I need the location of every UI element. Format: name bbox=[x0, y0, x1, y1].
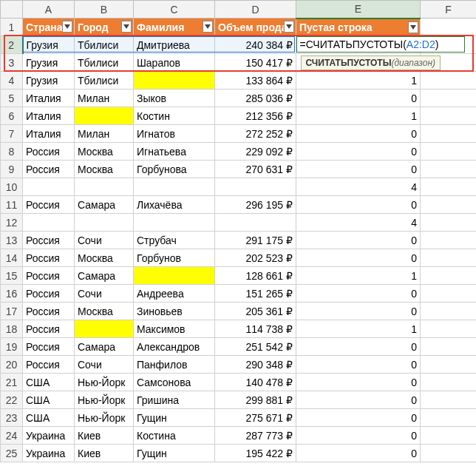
row-header[interactable]: 21 bbox=[1, 374, 23, 391]
col-header-C[interactable]: C bbox=[134, 1, 215, 18]
cell-E18[interactable]: 1 bbox=[296, 320, 421, 338]
cell-B20[interactable]: Сочи bbox=[75, 356, 134, 374]
row-header[interactable]: 4 bbox=[1, 72, 23, 90]
cell-F17[interactable] bbox=[421, 303, 477, 320]
row-header[interactable]: 5 bbox=[1, 90, 23, 107]
cell-B17[interactable]: Москва bbox=[75, 303, 134, 320]
row-header[interactable]: 24 bbox=[1, 427, 23, 445]
cell-B22[interactable]: Нью-Йорк bbox=[75, 391, 134, 409]
cell-D23[interactable]: 275 671 ₽ bbox=[215, 409, 296, 427]
col-header-B[interactable]: B bbox=[75, 1, 134, 18]
row-header[interactable]: 22 bbox=[1, 391, 23, 409]
row-header[interactable]: 8 bbox=[1, 143, 23, 161]
cell-D12[interactable] bbox=[215, 214, 296, 232]
cell-D18[interactable]: 114 738 ₽ bbox=[215, 320, 296, 338]
cell-D7[interactable]: 272 252 ₽ bbox=[215, 125, 296, 143]
cell-A14[interactable]: Россия bbox=[23, 249, 75, 267]
cell-D10[interactable] bbox=[215, 178, 296, 196]
cell-B25[interactable]: Киев bbox=[75, 445, 134, 462]
cell-A4[interactable]: Грузия bbox=[23, 72, 75, 90]
cell-E24[interactable]: 0 bbox=[296, 427, 421, 445]
column-header-row[interactable]: A B C D E F bbox=[1, 1, 477, 18]
row-header[interactable]: 11 bbox=[1, 196, 23, 214]
cell-E25[interactable]: 0 bbox=[296, 445, 421, 462]
cell-D22[interactable]: 299 881 ₽ bbox=[215, 391, 296, 409]
cell-F24[interactable] bbox=[421, 427, 477, 445]
cell-F9[interactable] bbox=[421, 161, 477, 178]
cell-A16[interactable]: Россия bbox=[23, 285, 75, 303]
cell-B14[interactable]: Москва bbox=[75, 249, 134, 267]
cell-A6[interactable]: Италия bbox=[23, 107, 75, 125]
cell-F6[interactable] bbox=[421, 107, 477, 125]
cell-F1[interactable] bbox=[421, 18, 477, 36]
cell-B24[interactable]: Киев bbox=[75, 427, 134, 445]
cell-E21[interactable]: 0 bbox=[296, 374, 421, 391]
cell-D4[interactable]: 133 864 ₽ bbox=[215, 72, 296, 90]
cell-F5[interactable] bbox=[421, 90, 477, 107]
cell-E12[interactable]: 4 bbox=[296, 214, 421, 232]
cell-A15[interactable]: Россия bbox=[23, 267, 75, 285]
cell-B23[interactable]: Нью-Йорк bbox=[75, 409, 134, 427]
cell-E9[interactable]: 0 bbox=[296, 161, 421, 178]
cell-C4[interactable] bbox=[134, 72, 215, 90]
header-empty[interactable]: Пустая строка bbox=[296, 18, 421, 36]
row-header[interactable]: 9 bbox=[1, 161, 23, 178]
row-header[interactable]: 12 bbox=[1, 214, 23, 232]
cell-F12[interactable] bbox=[421, 214, 477, 232]
row-header-1[interactable]: 1 bbox=[1, 18, 23, 36]
cell-C17[interactable]: Зиновьев bbox=[134, 303, 215, 320]
cell-B19[interactable]: Самара bbox=[75, 338, 134, 356]
cell-B8[interactable]: Москва bbox=[75, 143, 134, 161]
cell-D5[interactable]: 285 036 ₽ bbox=[215, 90, 296, 107]
cell-A25[interactable]: Украина bbox=[23, 445, 75, 462]
cell-B9[interactable]: Москва bbox=[75, 161, 134, 178]
cell-C18[interactable]: Максимов bbox=[134, 320, 215, 338]
filter-button[interactable] bbox=[203, 21, 213, 33]
cell-C22[interactable]: Гришина bbox=[134, 391, 215, 409]
cell-C16[interactable]: Андреева bbox=[134, 285, 215, 303]
cell-A20[interactable]: Россия bbox=[23, 356, 75, 374]
cell-D2[interactable]: 240 384 ₽ bbox=[215, 36, 296, 54]
row-header[interactable]: 6 bbox=[1, 107, 23, 125]
cell-D24[interactable]: 287 773 ₽ bbox=[215, 427, 296, 445]
col-header-A[interactable]: A bbox=[23, 1, 75, 18]
row-header[interactable]: 3 bbox=[1, 54, 23, 72]
cell-C19[interactable]: Александров bbox=[134, 338, 215, 356]
cell-C6[interactable]: Костин bbox=[134, 107, 215, 125]
cell-F19[interactable] bbox=[421, 338, 477, 356]
row-header[interactable]: 16 bbox=[1, 285, 23, 303]
cell-A17[interactable]: Россия bbox=[23, 303, 75, 320]
cell-D19[interactable]: 251 542 ₽ bbox=[215, 338, 296, 356]
cell-F15[interactable] bbox=[421, 267, 477, 285]
filter-button[interactable] bbox=[284, 21, 294, 33]
cell-E16[interactable]: 0 bbox=[296, 285, 421, 303]
cell-C14[interactable]: Горбунов bbox=[134, 249, 215, 267]
cell-D15[interactable]: 128 661 ₽ bbox=[215, 267, 296, 285]
cell-A23[interactable]: США bbox=[23, 409, 75, 427]
row-header[interactable]: 7 bbox=[1, 125, 23, 143]
header-sales[interactable]: Объем прода bbox=[215, 18, 296, 36]
cell-F20[interactable] bbox=[421, 356, 477, 374]
row-header[interactable]: 23 bbox=[1, 409, 23, 427]
cell-A11[interactable]: Россия bbox=[23, 196, 75, 214]
row-header[interactable]: 13 bbox=[1, 232, 23, 249]
header-country[interactable]: Страна bbox=[23, 18, 75, 36]
cell-E10[interactable]: 4 bbox=[296, 178, 421, 196]
cell-B11[interactable]: Самара bbox=[75, 196, 134, 214]
cell-A24[interactable]: Украина bbox=[23, 427, 75, 445]
cell-D25[interactable]: 195 422 ₽ bbox=[215, 445, 296, 462]
filter-button[interactable] bbox=[408, 21, 418, 33]
cell-D9[interactable]: 270 631 ₽ bbox=[215, 161, 296, 178]
cell-D20[interactable]: 290 348 ₽ bbox=[215, 356, 296, 374]
header-city[interactable]: Город bbox=[75, 18, 134, 36]
cell-E7[interactable]: 0 bbox=[296, 125, 421, 143]
cell-C5[interactable]: Зыков bbox=[134, 90, 215, 107]
cell-E22[interactable]: 0 bbox=[296, 391, 421, 409]
cell-A18[interactable]: Россия bbox=[23, 320, 75, 338]
cell-E19[interactable]: 0 bbox=[296, 338, 421, 356]
cell-A2[interactable]: Грузия bbox=[23, 36, 75, 54]
cell-A8[interactable]: Россия bbox=[23, 143, 75, 161]
row-header[interactable]: 10 bbox=[1, 178, 23, 196]
cell-F7[interactable] bbox=[421, 125, 477, 143]
cell-B5[interactable]: Милан bbox=[75, 90, 134, 107]
